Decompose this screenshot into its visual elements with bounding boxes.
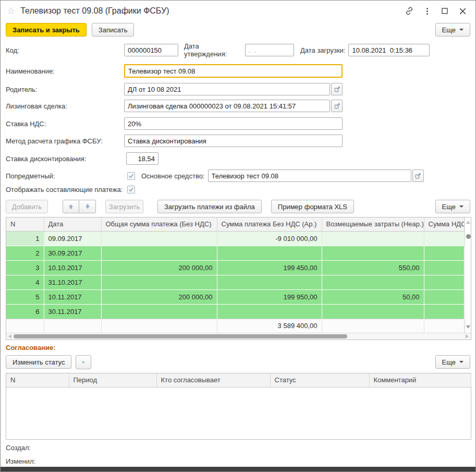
fixed-asset-input[interactable] [208,170,411,182]
column-header[interactable]: Комментарий [369,373,471,387]
cell-total_no_vat[interactable] [101,275,217,289]
payments-table-body: 109.09.2017-9 010 000,00230.09.2017310.1… [6,231,464,319]
cell-n[interactable]: 5 [6,289,44,304]
cell-amount_no_vat[interactable] [217,275,322,289]
calc-method-input[interactable] [124,135,343,147]
name-input[interactable] [124,64,343,78]
cell-date[interactable]: 31.10.2017 [44,275,101,289]
cell-vat[interactable] [424,246,464,260]
cell-date[interactable]: 10.10.2017 [44,260,101,275]
scroll-down-icon[interactable] [466,325,470,329]
parent-open-button[interactable] [331,83,343,95]
command-bar: Записать и закрыть Записать Еще [1,21,475,37]
cell-n[interactable]: 4 [6,275,44,289]
per-item-checkbox[interactable] [127,172,135,180]
cell-vat[interactable] [424,231,464,246]
vat-rate-input[interactable] [124,117,343,130]
cell-date[interactable]: 30.09.2017 [44,246,101,260]
scroll-left-icon[interactable] [8,334,11,338]
code-input[interactable] [124,44,178,56]
cell-vat[interactable] [424,260,464,275]
cell-total_no_vat[interactable]: 200 000,00 [101,260,217,275]
show-components-checkbox[interactable] [127,186,135,193]
leasing-deal-open-button[interactable] [331,100,343,112]
payments-row[interactable]: 310.10.2017200 000,00199 450,00550,00 [6,260,464,275]
more-button-approval[interactable]: Еще [435,355,470,369]
cell-reimbursable[interactable]: 550,00 [322,260,424,275]
cell-total_no_vat[interactable] [101,231,217,246]
column-header[interactable]: Дата [44,217,101,231]
cell-total_no_vat[interactable] [101,304,217,319]
column-header[interactable]: Общая сумма платежа (Без НДС) [101,217,217,231]
more-button-top-label: Еще [442,26,456,34]
cell-vat[interactable] [424,304,464,319]
save-button[interactable]: Записать [92,23,135,37]
move-down-button[interactable] [79,200,96,213]
favorite-star-icon[interactable]: ☆ [7,6,15,16]
status-list-icon-button[interactable] [76,355,91,369]
cell-reimbursable[interactable] [322,304,424,319]
close-icon[interactable] [457,5,468,17]
horizontal-scroll-thumb[interactable] [14,334,347,338]
payments-row[interactable]: 431.10.2017 [6,275,464,289]
column-header[interactable]: N [6,217,44,231]
column-header[interactable]: Сумма платежа Без НДС (Ар.) [217,217,322,231]
leasing-deal-input[interactable] [124,100,330,112]
cell-vat[interactable] [424,275,464,289]
move-up-button[interactable] [63,200,79,213]
cell-reimbursable[interactable]: 50,00 [322,289,424,304]
horizontal-scrollbar[interactable] [6,333,471,340]
load-from-file-button[interactable]: Загрузить платежи из файла [157,200,262,213]
vertical-scroll-thumb[interactable] [466,234,471,239]
xls-sample-button[interactable]: Пример формата XLS [271,200,354,213]
payments-row[interactable]: 109.09.2017-9 010 000,00 [6,231,464,246]
scroll-right-icon[interactable] [466,334,469,338]
more-button-payments[interactable]: Еще [435,200,470,213]
column-header[interactable]: N [6,373,69,387]
more-menu-icon[interactable] [421,5,433,17]
column-header[interactable]: Период [69,373,156,387]
column-header[interactable]: Возмещаемые затраты (Неар.) [322,217,424,231]
approval-empty-body[interactable] [6,387,471,439]
maximize-icon[interactable] [439,5,450,17]
vertical-scrollbar[interactable] [465,217,471,333]
cell-total_no_vat[interactable] [101,246,217,260]
cell-date[interactable]: 09.09.2017 [44,231,101,246]
parent-input[interactable] [124,83,330,95]
cell-total_no_vat[interactable]: 200 000,00 [101,289,217,304]
cell-amount_no_vat[interactable]: 199 950,00 [217,289,322,304]
cell-reimbursable[interactable] [322,246,424,260]
cell-reimbursable[interactable] [322,231,424,246]
cell-amount_no_vat[interactable] [217,246,322,260]
chevron-down-icon [459,205,463,208]
payments-row[interactable]: 630.11.2017 [6,304,464,319]
cell-n[interactable]: 3 [6,260,44,275]
show-components-row: Отображать составляющие платежа: [6,186,470,193]
cell-amount_no_vat[interactable]: 199 450,00 [217,260,322,275]
cell-vat[interactable] [424,289,464,304]
cell-reimbursable[interactable] [322,275,424,289]
column-header[interactable]: Кто согласовывает [156,373,270,387]
discount-rate-input[interactable] [126,152,158,165]
cell-n[interactable]: 2 [6,246,44,260]
load-date-input[interactable] [348,44,430,56]
more-button-top[interactable]: Еще [435,23,470,37]
fixed-asset-open-button[interactable] [412,170,424,182]
column-header[interactable]: Сумма НДС [424,217,464,231]
column-header[interactable]: Статус [270,373,369,387]
save-and-close-button[interactable]: Записать и закрыть [6,23,87,37]
change-status-button[interactable]: Изменить статус [6,355,71,369]
payments-row[interactable]: 510.11.2017200 000,00199 950,0050,00 [6,289,464,304]
cell-date[interactable]: 10.11.2017 [44,289,101,304]
cell-amount_no_vat[interactable] [217,304,322,319]
cell-n[interactable]: 6 [6,304,44,319]
link-icon[interactable] [404,5,415,17]
cell-date[interactable]: 30.11.2017 [44,304,101,319]
cell-n[interactable]: 1 [6,231,44,246]
load-button[interactable]: Загрузить [105,200,143,213]
cell-amount_no_vat[interactable]: -9 010 000,00 [217,231,322,246]
add-row-button[interactable]: Добавить [6,200,48,213]
payments-row[interactable]: 230.09.2017 [6,246,464,260]
approval-date-input[interactable] [245,44,294,56]
scroll-up-icon[interactable] [466,221,470,224]
